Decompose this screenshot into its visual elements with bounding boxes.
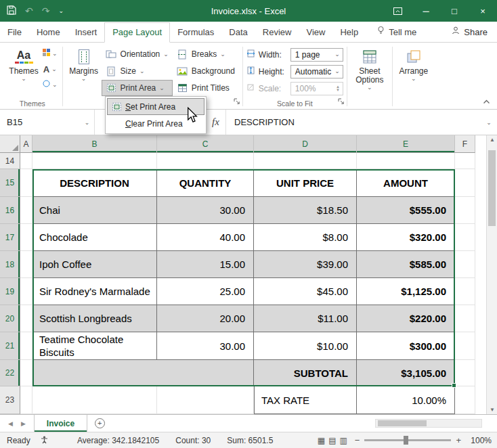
cell-F18[interactable]	[455, 251, 475, 278]
cell-description[interactable]: Teatime Chocolate Biscuits	[33, 332, 157, 360]
page-break-view-icon[interactable]: ▥	[339, 436, 347, 445]
cell-quantity[interactable]: 20.00	[157, 305, 254, 332]
undo-icon[interactable]: ↶	[25, 5, 33, 16]
row-header-19[interactable]: 19	[0, 278, 20, 305]
zoom-level[interactable]: 100%	[466, 436, 492, 445]
cell-B22-C22[interactable]	[33, 360, 254, 386]
cell-unit-price[interactable]: $39.00	[254, 251, 357, 278]
cell-unit-price[interactable]: $8.00	[254, 224, 357, 251]
maximize-button[interactable]: □	[440, 0, 469, 22]
tab-view[interactable]: View	[299, 23, 332, 42]
tab-file[interactable]: File	[0, 23, 29, 42]
themes-button[interactable]: Aa Themes ⌄	[6, 45, 41, 82]
zoom-slider[interactable]	[364, 439, 451, 441]
row-header-21[interactable]: 21	[0, 332, 20, 360]
status-count[interactable]: Count: 30	[175, 436, 211, 445]
column-header-e[interactable]: E	[357, 135, 455, 153]
cell-A20[interactable]	[20, 305, 33, 332]
cell-F20[interactable]	[455, 305, 475, 332]
scale-to-fit-dialog-launcher-icon[interactable]	[338, 97, 345, 107]
margins-button[interactable]: Margins ⌄	[66, 45, 102, 82]
accessibility-icon[interactable]	[40, 435, 49, 446]
cell-amount[interactable]: $320.00	[357, 224, 455, 251]
column-header-d[interactable]: D	[254, 135, 357, 153]
row-header-18[interactable]: 18	[0, 251, 20, 278]
scroll-up-icon[interactable]: ▲	[487, 137, 497, 143]
column-header-b[interactable]: B	[33, 135, 157, 153]
cell-quantity[interactable]: 30.00	[157, 332, 254, 360]
cell-A15[interactable]	[20, 169, 33, 197]
customize-qat-icon[interactable]: ⌄	[58, 7, 64, 14]
tab-review[interactable]: Review	[255, 23, 299, 42]
row-header-22[interactable]: 22	[0, 360, 20, 386]
close-button[interactable]: ×	[469, 0, 497, 22]
page-setup-dialog-launcher-icon[interactable]	[234, 97, 240, 107]
sheet-options-button[interactable]: Sheet Options ⌄	[351, 45, 389, 91]
sheet-tab-invoice[interactable]: Invoice	[34, 415, 87, 432]
redo-icon[interactable]: ↷	[42, 5, 50, 16]
minimize-button[interactable]: ─	[412, 0, 440, 22]
column-header-c[interactable]: C	[157, 135, 254, 153]
theme-colors-button[interactable]: ⌄	[43, 47, 58, 60]
cell-F14[interactable]	[455, 153, 475, 169]
header-quantity[interactable]: QUANTITY	[157, 169, 254, 197]
cell-A23[interactable]	[20, 386, 33, 414]
cell-A22[interactable]	[20, 360, 33, 386]
cell-A19[interactable]	[20, 278, 33, 305]
horizontal-scrollbar[interactable]	[375, 419, 482, 428]
row-header-20[interactable]: 20	[0, 305, 20, 332]
cell-amount[interactable]: $555.00	[357, 197, 455, 224]
orientation-button[interactable]: Orientation ⌄	[102, 46, 173, 62]
expand-formula-bar-icon[interactable]: ⌄	[481, 110, 497, 135]
vertical-scrollbar-thumb[interactable]	[488, 150, 496, 226]
cell-E14[interactable]	[357, 153, 455, 169]
cell-description[interactable]: Chocolade	[33, 224, 157, 251]
cell-F16[interactable]	[455, 197, 475, 224]
cell-unit-price[interactable]: $11.00	[254, 305, 357, 332]
header-amount[interactable]: AMOUNT	[357, 169, 455, 197]
next-sheet-icon[interactable]: ▶	[21, 420, 26, 427]
cell-description[interactable]: Chai	[33, 197, 157, 224]
cell-D14[interactable]	[254, 153, 357, 169]
tax-label-cell[interactable]: TAX RATE	[254, 386, 357, 414]
cell-A16[interactable]	[20, 197, 33, 224]
status-sum[interactable]: Sum: 6501.5	[227, 436, 273, 445]
share-button[interactable]: Share	[451, 23, 488, 42]
size-button[interactable]: Size ⌄	[102, 63, 173, 79]
header-unit-price[interactable]: UNIT PRICE	[254, 169, 357, 197]
cell-quantity[interactable]: 40.00	[157, 224, 254, 251]
cell-B14[interactable]	[33, 153, 157, 169]
collapse-ribbon-icon[interactable]	[483, 97, 490, 106]
zoom-in-button[interactable]: +	[456, 435, 461, 445]
cell-quantity[interactable]: 15.00	[157, 251, 254, 278]
cell-unit-price[interactable]: $18.50	[254, 197, 357, 224]
row-header-17[interactable]: 17	[0, 224, 20, 251]
name-box[interactable]: B15	[0, 110, 80, 135]
row-header-14[interactable]: 14	[0, 153, 20, 169]
cell-description[interactable]: Scottish Longbreads	[33, 305, 157, 332]
formula-input[interactable]: DESCRIPTION	[226, 110, 481, 135]
tax-value-cell[interactable]: 10.00%	[357, 386, 455, 414]
cell-F21[interactable]	[455, 332, 475, 360]
cell-F19[interactable]	[455, 278, 475, 305]
cell-amount[interactable]: $1,125.00	[357, 278, 455, 305]
subtotal-value-cell[interactable]: $3,105.00	[357, 360, 455, 386]
cell-amount[interactable]: $300.00	[357, 332, 455, 360]
menu-item-clear-print-area[interactable]: Clear Print Area	[107, 115, 204, 132]
page-layout-view-icon[interactable]: ▤	[328, 436, 336, 445]
tab-data[interactable]: Data	[221, 23, 255, 42]
cell-quantity[interactable]: 30.00	[157, 197, 254, 224]
normal-view-icon[interactable]: ▦	[318, 436, 325, 445]
ribbon-display-options-button[interactable]	[383, 0, 412, 22]
tell-me-button[interactable]: Tell me	[376, 23, 416, 42]
column-header-f[interactable]: F	[455, 135, 475, 153]
save-icon[interactable]	[7, 5, 16, 17]
tab-help[interactable]: Help	[332, 23, 366, 42]
breaks-button[interactable]: Breaks ⌄	[173, 46, 239, 62]
row-header-16[interactable]: 16	[0, 197, 20, 224]
insert-function-button[interactable]: fx	[206, 110, 226, 135]
print-titles-button[interactable]: Print Titles	[173, 80, 239, 96]
tab-page-layout[interactable]: Page Layout	[104, 22, 170, 43]
cell-F17[interactable]	[455, 224, 475, 251]
subtotal-label-cell[interactable]: SUBTOTAL	[254, 360, 357, 386]
